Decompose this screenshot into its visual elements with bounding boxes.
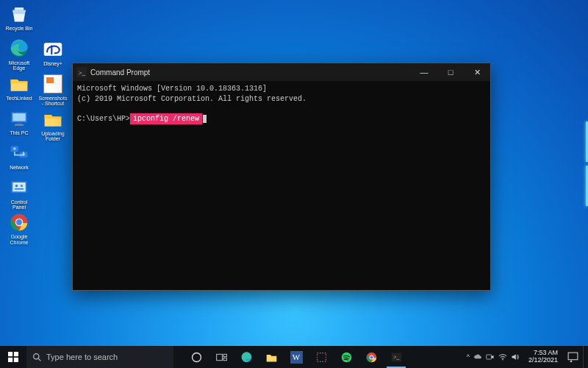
svg-rect-11 [12, 183, 26, 191]
search-placeholder: Type here to search [46, 353, 118, 361]
svg-rect-21 [8, 352, 12, 356]
task-view-button[interactable] [209, 346, 234, 368]
svg-line-26 [38, 358, 40, 361]
techlinked-folder-icon[interactable]: TechLinked [4, 73, 34, 106]
svg-point-12 [15, 184, 18, 187]
terminal-output[interactable]: Microsoft Windows [Version 10.0.18363.13… [73, 81, 490, 127]
window-titlebar[interactable]: >_ Command Prompt — □ ✕ [73, 63, 490, 81]
svg-rect-24 [14, 358, 18, 362]
taskbar-search[interactable]: Type here to search [26, 346, 173, 368]
taskbar-cmd[interactable]: >_ [384, 346, 409, 368]
screenshots-shortcut-icon[interactable]: Screenshots - Shortcut [38, 73, 68, 107]
desktop-icons: Recycle Bin Microsoft Edge TechLinked Th… [4, 3, 68, 245]
taskbar-explorer[interactable] [259, 346, 284, 368]
svg-point-9 [22, 153, 25, 156]
taskbar-snip[interactable] [309, 346, 334, 368]
svg-rect-0 [15, 7, 24, 10]
command-prompt-window[interactable]: >_ Command Prompt — □ ✕ Microsoft Window… [72, 63, 491, 291]
taskbar: Type here to search W >_ ^ 7:53 AM [0, 346, 588, 368]
svg-text:>_: >_ [79, 69, 86, 77]
control-panel-icon[interactable]: Control Panel [4, 177, 34, 210]
cortana-button[interactable] [184, 346, 209, 368]
icon-label: Google Chrome [4, 234, 34, 245]
uploading-folder-icon[interactable]: Uploading Folder [38, 108, 68, 142]
taskbar-edge[interactable] [234, 346, 259, 368]
taskbar-chrome[interactable] [359, 346, 384, 368]
search-icon [32, 353, 42, 362]
icon-label: Network [10, 165, 29, 175]
svg-rect-23 [8, 358, 12, 362]
icon-label: TechLinked [6, 96, 32, 106]
svg-point-25 [34, 353, 39, 358]
show-desktop-button[interactable] [583, 346, 587, 368]
microsoft-edge-icon[interactable]: Microsoft Edge [4, 38, 34, 71]
maximize-button[interactable]: □ [437, 63, 464, 81]
taskbar-word[interactable]: W [284, 346, 309, 368]
svg-rect-3 [12, 113, 26, 121]
window-title: Command Prompt [90, 68, 411, 77]
svg-point-33 [341, 352, 351, 362]
svg-rect-28 [216, 354, 222, 361]
meet-now-icon[interactable] [486, 353, 495, 361]
icon-label: Uploading Folder [38, 131, 68, 142]
svg-point-8 [13, 147, 16, 150]
icon-label: Microsoft Edge [4, 60, 34, 71]
onedrive-icon[interactable] [473, 353, 482, 361]
icon-label: Control Panel [4, 199, 34, 210]
svg-text:>_: >_ [393, 354, 399, 361]
svg-point-17 [16, 219, 22, 225]
svg-point-40 [502, 359, 503, 361]
action-center-button[interactable] [562, 346, 583, 368]
screenshot-graphic [43, 74, 62, 93]
svg-rect-30 [223, 358, 226, 360]
tray-chevron-icon[interactable]: ^ [467, 353, 470, 361]
svg-rect-14 [15, 188, 24, 190]
recycle-bin-icon[interactable]: Recycle Bin [4, 3, 34, 36]
system-tray[interactable]: ^ [462, 353, 524, 361]
svg-rect-39 [487, 355, 492, 359]
typed-command: ipconfig /renew [130, 113, 202, 124]
copyright-line: (c) 2019 Microsoft Corporation. All righ… [77, 95, 306, 103]
icon-label: This PC [10, 130, 29, 141]
taskbar-clock[interactable]: 7:53 AM 2/12/2021 [524, 350, 562, 364]
wifi-icon[interactable] [498, 353, 507, 361]
icon-label: Disney+ [43, 61, 62, 71]
svg-rect-41 [568, 353, 578, 360]
google-chrome-icon[interactable]: Google Chrome [4, 211, 34, 245]
windows-logo-icon [8, 352, 18, 362]
desktop[interactable]: Recycle Bin Microsoft Edge TechLinked Th… [0, 0, 588, 368]
version-line: Microsoft Windows [Version 10.0.18363.13… [77, 85, 267, 93]
svg-point-36 [370, 355, 373, 358]
svg-point-27 [192, 353, 201, 361]
volume-icon[interactable] [511, 353, 520, 361]
network-icon[interactable]: Network [4, 142, 34, 175]
clock-date: 2/12/2021 [528, 357, 558, 364]
this-pc-icon[interactable]: This PC [4, 107, 34, 141]
close-button[interactable]: ✕ [464, 63, 490, 81]
svg-rect-22 [14, 352, 18, 356]
cmd-icon: >_ [76, 67, 87, 77]
taskbar-spotify[interactable] [334, 346, 359, 368]
svg-rect-29 [223, 354, 226, 356]
minimize-button[interactable]: — [411, 63, 437, 81]
icon-label: Recycle Bin [6, 26, 33, 36]
text-cursor [202, 115, 207, 123]
disney-plus-icon[interactable]: Disney+ [38, 38, 68, 71]
svg-rect-4 [17, 123, 22, 124]
svg-rect-32 [317, 353, 326, 361]
prompt-path: C:\Users\HP> [77, 115, 130, 123]
svg-rect-5 [15, 124, 24, 126]
icon-label: Screenshots - Shortcut [38, 96, 68, 107]
start-button[interactable] [0, 346, 26, 368]
svg-point-13 [21, 184, 24, 187]
